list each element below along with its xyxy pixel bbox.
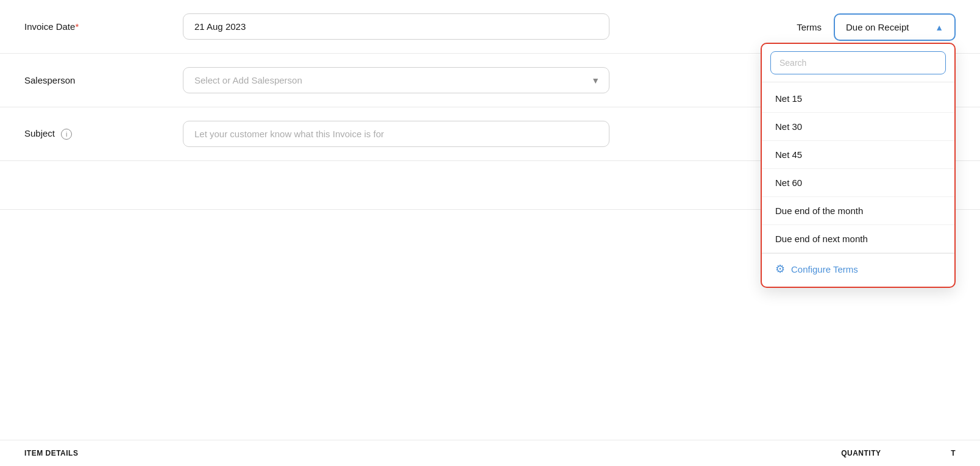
dropdown-item-due-end-month[interactable]: Due end of the month [762, 197, 954, 225]
subject-label: Subject i [24, 128, 183, 140]
terms-dropdown-button[interactable]: Due on Receipt ▲ [834, 13, 956, 41]
table-col-t: T [951, 449, 956, 457]
dropdown-search-input[interactable] [770, 51, 946, 74]
gear-icon: ⚙ [775, 262, 785, 276]
dropdown-search-wrapper [762, 44, 954, 82]
dropdown-item-net15[interactable]: Net 15 [762, 85, 954, 113]
invoice-date-input-wrapper [183, 13, 609, 40]
salesperson-select[interactable]: Select or Add Salesperson [183, 67, 609, 93]
configure-terms-label: Configure Terms [791, 264, 858, 274]
salesperson-label: Salesperson [24, 75, 183, 85]
terms-selected-value: Due on Receipt [846, 22, 909, 32]
subject-input-wrapper [183, 121, 609, 147]
subject-label-text: Subject [24, 128, 55, 138]
invoice-date-label: Invoice Date* [24, 21, 183, 32]
salesperson-placeholder-text: Select or Add Salesperson [194, 75, 302, 85]
dropdown-item-net45[interactable]: Net 45 [762, 141, 954, 169]
subject-input[interactable] [183, 121, 609, 147]
salesperson-select-wrapper: Select or Add Salesperson ▼ [183, 67, 609, 93]
info-icon: i [61, 129, 72, 140]
terms-dropdown-panel: Net 15 Net 30 Net 45 Net 60 Due end of t… [761, 43, 956, 288]
dropdown-item-net30[interactable]: Net 30 [762, 113, 954, 141]
table-col-quantity: QUANTITY [841, 449, 951, 457]
table-header-row: ITEM DETAILS QUANTITY T [0, 440, 980, 466]
chevron-up-icon: ▲ [935, 23, 943, 32]
dropdown-item-configure-terms[interactable]: ⚙ Configure Terms [762, 253, 954, 284]
terms-label: Terms [797, 22, 822, 32]
table-col-item-details: ITEM DETAILS [24, 449, 841, 457]
terms-section: Terms Due on Receipt ▲ [797, 13, 956, 41]
dropdown-item-due-end-next-month[interactable]: Due end of next month [762, 225, 954, 253]
invoice-date-label-text: Invoice Date [24, 21, 75, 32]
invoice-date-input[interactable] [183, 13, 609, 40]
page-container: Invoice Date* Terms Due on Receipt ▲ Net… [0, 0, 980, 466]
dropdown-item-net60[interactable]: Net 60 [762, 169, 954, 197]
required-star: * [75, 21, 79, 32]
dropdown-list: Net 15 Net 30 Net 45 Net 60 Due end of t… [762, 82, 954, 287]
